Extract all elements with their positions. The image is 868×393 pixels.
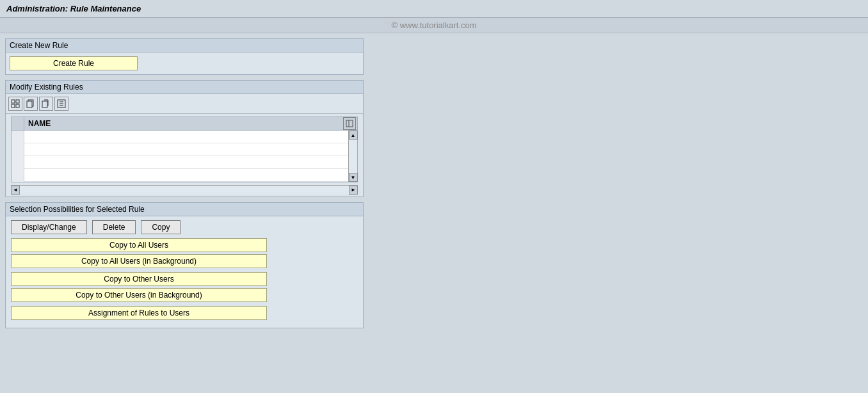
column-settings-icon[interactable] [343,117,356,130]
create-new-rule-body: Create Rule [6,52,363,74]
move-icon[interactable] [39,97,53,111]
copy-to-other-users-background-button[interactable]: Copy to Other Users (in Background) [11,288,267,302]
selection-possibilities-body: Display/Change Delete Copy Copy to All U… [6,216,363,328]
details-icon[interactable] [54,97,68,111]
copy-button[interactable]: Copy [141,220,181,234]
copy-to-other-users-button[interactable]: Copy to Other Users [11,272,267,286]
name-column-header: NAME [24,118,343,129]
row-1-checkbox[interactable] [12,131,24,143]
header-checkbox-cell [12,117,24,130]
watermark-bar: © www.tutorialkart.com [0,18,868,33]
watermark-text: © www.tutorialkart.com [391,20,476,30]
svg-rect-3 [16,104,19,108]
svg-rect-2 [12,104,15,108]
row-1-content [24,136,348,138]
table-row [12,143,348,156]
modify-rules-toolbar [6,94,363,114]
assignment-group: Assignment of Rules to Users [11,306,358,320]
table-header-row: NAME [12,117,357,131]
delete-button[interactable]: Delete [92,220,136,234]
assignment-rules-to-users-button[interactable]: Assignment of Rules to Users [11,306,267,320]
row-4-checkbox[interactable] [12,169,24,182]
rules-table: NAME [11,116,358,182]
svg-rect-0 [12,100,15,103]
svg-rect-5 [27,101,32,108]
table-scroll-area: ▲ ▼ [12,131,357,182]
selection-possibilities-panel: Selection Possibilities for Selected Rul… [5,202,364,328]
rules-table-wrapper: NAME [8,116,360,194]
h-scroll-track [20,186,349,194]
selection-possibilities-header: Selection Possibilities for Selected Rul… [6,203,363,216]
create-rule-button[interactable]: Create Rule [10,56,138,70]
title-bar: Administration: Rule Maintenance [0,0,868,18]
table-row [12,169,348,182]
vertical-scrollbar[interactable]: ▲ ▼ [348,131,357,182]
create-new-rule-panel: Create New Rule Create Rule [5,38,364,75]
horizontal-scrollbar[interactable]: ◄ ► [11,185,358,194]
row-3-content [24,162,348,163]
svg-rect-11 [346,120,353,127]
select-all-icon[interactable] [8,97,22,111]
row-2-checkbox[interactable] [12,143,24,156]
page-title: Administration: Rule Maintenance [6,4,141,13]
scroll-left-arrow[interactable]: ◄ [11,186,20,195]
row-2-content [24,149,348,150]
table-row [12,131,348,143]
primary-action-buttons: Display/Change Delete Copy [11,220,358,234]
display-change-button[interactable]: Display/Change [11,220,87,234]
main-content: Create New Rule Create Rule Modify Exist… [0,33,868,339]
svg-rect-1 [16,100,19,103]
copy-icon[interactable] [24,97,38,111]
create-new-rule-header: Create New Rule [6,39,363,52]
svg-rect-6 [42,101,47,108]
scroll-up-arrow[interactable]: ▲ [349,131,358,140]
copy-all-users-group: Copy to All Users Copy to All Users (in … [11,238,358,268]
copy-other-users-group: Copy to Other Users Copy to Other Users … [11,272,358,302]
table-row [12,156,348,169]
copy-to-all-users-background-button[interactable]: Copy to All Users (in Background) [11,254,267,268]
row-4-content [24,175,348,176]
table-rows [12,131,348,182]
scroll-right-arrow[interactable]: ► [349,186,358,195]
row-3-checkbox[interactable] [12,156,24,169]
modify-existing-rules-panel: Modify Existing Rules [5,80,364,197]
scroll-down-arrow[interactable]: ▼ [349,173,358,182]
modify-existing-rules-header: Modify Existing Rules [6,81,363,94]
copy-to-all-users-button[interactable]: Copy to All Users [11,238,267,252]
scroll-track [349,140,357,173]
